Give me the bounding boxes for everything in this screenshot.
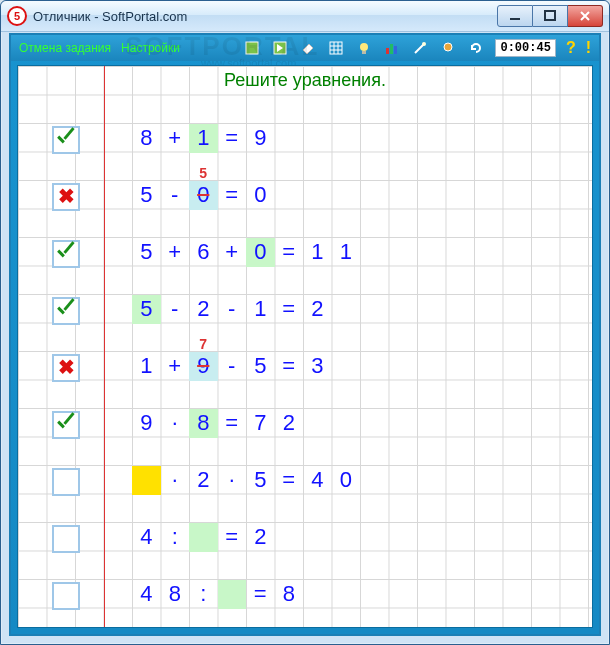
equation-cell: - xyxy=(218,352,247,381)
equation-cell: · xyxy=(161,466,190,495)
status-box[interactable] xyxy=(52,468,80,496)
grid-icon[interactable] xyxy=(327,39,345,57)
equation-cell: 0 xyxy=(332,466,361,495)
equation-cell: + xyxy=(161,124,190,153)
equation-cell: 2 xyxy=(189,466,218,495)
svg-rect-1 xyxy=(510,18,520,20)
equation-cell: = xyxy=(246,580,275,609)
equation-cell: 5 xyxy=(132,181,161,210)
tool-icon-2[interactable] xyxy=(271,39,289,57)
settings-link[interactable]: Настройки xyxy=(121,41,180,55)
equation-cell: 8 xyxy=(132,124,161,153)
help-button[interactable]: ? xyxy=(566,39,576,57)
correction-label: 5 xyxy=(189,165,218,181)
alert-button[interactable]: ! xyxy=(586,39,591,57)
status-box[interactable] xyxy=(52,240,80,268)
answer-cell[interactable]: 8 xyxy=(189,409,218,438)
correction-label: 7 xyxy=(189,336,218,352)
medal-icon[interactable] xyxy=(439,39,457,57)
equation-cell: + xyxy=(218,238,247,267)
worksheet: Решите уравнения. 8+1=95-05=05+6+0=115-2… xyxy=(17,65,593,628)
status-box[interactable] xyxy=(52,354,80,382)
svg-rect-10 xyxy=(394,46,397,54)
equation-cell: 4 xyxy=(132,523,161,552)
equation-cell: = xyxy=(275,466,304,495)
titlebar[interactable]: 5 Отличник - SoftPortal.com xyxy=(1,1,609,32)
window-buttons xyxy=(497,5,603,27)
equation-cell: - xyxy=(161,181,190,210)
status-box[interactable] xyxy=(52,525,80,553)
answer-cell[interactable] xyxy=(132,466,161,495)
equation-cell: + xyxy=(161,352,190,381)
equation-cell: = xyxy=(275,352,304,381)
cancel-task-link[interactable]: Отмена задания xyxy=(19,41,111,55)
minimize-button[interactable] xyxy=(497,5,533,27)
answer-cell[interactable] xyxy=(189,523,218,552)
svg-rect-5 xyxy=(330,42,342,54)
equation-cell: 5 xyxy=(132,238,161,267)
equation-cell: : xyxy=(161,523,190,552)
window-title: Отличник - SoftPortal.com xyxy=(33,10,491,23)
equation-cell: = xyxy=(218,124,247,153)
answer-cell[interactable]: 9 xyxy=(189,352,218,381)
equation-cell: 2 xyxy=(189,295,218,324)
status-box[interactable] xyxy=(52,582,80,610)
equation-cell: 6 xyxy=(189,238,218,267)
answer-cell[interactable]: 5 xyxy=(132,295,161,324)
equation-cell: 8 xyxy=(275,580,304,609)
refresh-icon[interactable] xyxy=(467,39,485,57)
maximize-button[interactable] xyxy=(533,5,568,27)
bulb-icon[interactable] xyxy=(355,39,373,57)
equation-cell: 9 xyxy=(246,124,275,153)
equation-cell: : xyxy=(189,580,218,609)
timer-display: 0:00:45 xyxy=(495,39,555,57)
equation-cell: - xyxy=(218,295,247,324)
svg-rect-9 xyxy=(390,44,393,54)
equation-cell: = xyxy=(275,238,304,267)
status-box[interactable] xyxy=(52,411,80,439)
equation-cell: = xyxy=(218,409,247,438)
equation-cell: 0 xyxy=(246,181,275,210)
svg-rect-7 xyxy=(362,51,366,54)
equation-cell: 1 xyxy=(303,238,332,267)
svg-rect-2 xyxy=(545,11,555,20)
svg-point-12 xyxy=(444,43,452,51)
close-button[interactable] xyxy=(568,5,603,27)
equation-cell: - xyxy=(161,295,190,324)
svg-point-11 xyxy=(422,42,426,46)
equation-cell: 8 xyxy=(161,580,190,609)
equation-cell: 3 xyxy=(303,352,332,381)
svg-rect-3 xyxy=(246,42,258,54)
answer-cell[interactable]: 1 xyxy=(189,124,218,153)
answer-cell[interactable] xyxy=(218,580,247,609)
equation-cell: 7 xyxy=(246,409,275,438)
equation-cell: 1 xyxy=(332,238,361,267)
equation-cell: 2 xyxy=(246,523,275,552)
equation-cell: = xyxy=(218,181,247,210)
equation-cell: 1 xyxy=(132,352,161,381)
equation-cell: = xyxy=(275,295,304,324)
status-box[interactable] xyxy=(52,183,80,211)
svg-point-6 xyxy=(360,43,368,51)
worksheet-heading: Решите уравнения. xyxy=(18,66,592,95)
wand-icon[interactable] xyxy=(411,39,429,57)
eraser-icon[interactable] xyxy=(299,39,317,57)
status-box[interactable] xyxy=(52,297,80,325)
equation-cell: 9 xyxy=(132,409,161,438)
toolbar: Отмена задания Настройки 0:00:45 ? ! xyxy=(11,35,599,61)
equation-cell: · xyxy=(218,466,247,495)
equation-cell: = xyxy=(218,523,247,552)
answer-cell[interactable]: 0 xyxy=(246,238,275,267)
tool-icon-1[interactable] xyxy=(243,39,261,57)
answer-cell[interactable]: 0 xyxy=(189,181,218,210)
equation-cell: 4 xyxy=(303,466,332,495)
equation-cell: · xyxy=(161,409,190,438)
equation-cell: 5 xyxy=(246,352,275,381)
equation-cell: 2 xyxy=(303,295,332,324)
window-frame: 5 Отличник - SoftPortal.com SOFTPORTAL w… xyxy=(0,0,610,645)
client-area: SOFTPORTAL www.softportal.com Отмена зад… xyxy=(9,33,601,636)
chart-icon[interactable] xyxy=(383,39,401,57)
margin-line xyxy=(104,66,105,627)
status-box[interactable] xyxy=(52,126,80,154)
svg-rect-8 xyxy=(386,48,389,54)
